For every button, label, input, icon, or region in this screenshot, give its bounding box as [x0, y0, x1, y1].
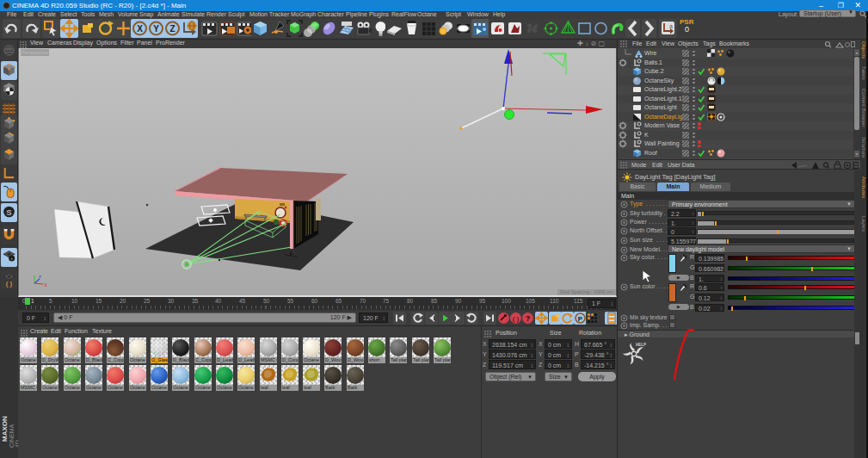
- svg-text:60: 60: [311, 298, 318, 304]
- svg-text:105: 105: [526, 298, 535, 304]
- svg-text:a: a: [669, 23, 673, 29]
- svg-text:Y: Y: [153, 24, 159, 34]
- svg-text:Z: Z: [169, 24, 175, 34]
- svg-text:50: 50: [263, 298, 270, 304]
- svg-text:1: 1: [31, 298, 34, 304]
- svg-text:110: 110: [550, 298, 559, 304]
- svg-text:40: 40: [215, 298, 222, 304]
- svg-text:z: z: [39, 274, 41, 279]
- svg-text:100: 100: [502, 298, 511, 304]
- svg-text:90: 90: [455, 298, 462, 304]
- svg-text:70: 70: [360, 298, 366, 304]
- svg-text:35: 35: [192, 298, 199, 304]
- svg-text:55: 55: [287, 298, 294, 304]
- svg-text:95: 95: [479, 298, 486, 304]
- svg-text:30: 30: [168, 298, 175, 304]
- svg-text:S: S: [6, 207, 11, 217]
- svg-text:10: 10: [71, 298, 78, 304]
- svg-text:( ): ( ): [513, 315, 520, 323]
- svg-text:( ): ( ): [6, 280, 13, 288]
- svg-text:85: 85: [431, 298, 438, 304]
- svg-text:75: 75: [383, 298, 390, 304]
- svg-text:65: 65: [336, 298, 342, 304]
- svg-text:?: ?: [526, 314, 530, 323]
- svg-text:20: 20: [120, 298, 126, 304]
- svg-text:15: 15: [95, 298, 102, 304]
- svg-text:80: 80: [407, 298, 414, 304]
- svg-text:115: 115: [574, 298, 583, 304]
- svg-text:25: 25: [144, 298, 151, 304]
- svg-text:5: 5: [49, 298, 52, 304]
- svg-text:X: X: [137, 24, 143, 34]
- svg-text:45: 45: [239, 298, 246, 304]
- svg-text:X: X: [44, 282, 47, 288]
- svg-text:P: P: [578, 315, 583, 323]
- svg-text:HELP: HELP: [636, 343, 646, 347]
